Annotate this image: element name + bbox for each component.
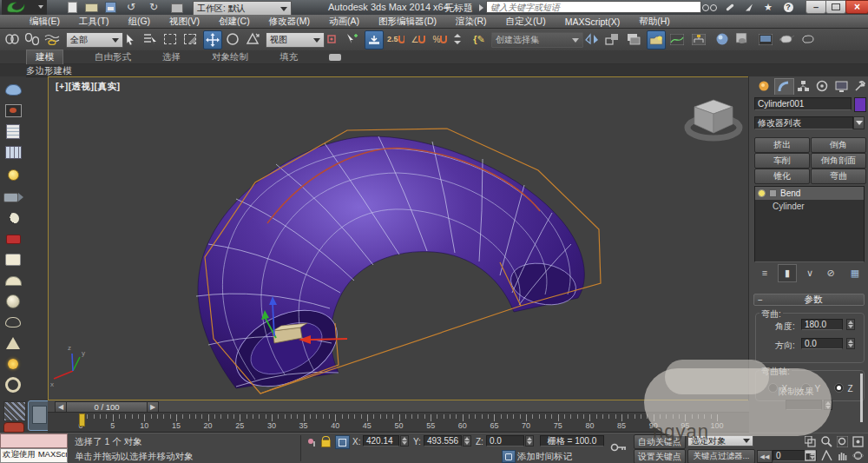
undo-button[interactable]: ↺ [123, 1, 139, 13]
hierarchy-tab-icon[interactable] [795, 79, 812, 93]
stack-item-cylinder[interactable]: Cylinder [755, 200, 864, 213]
render-preview-icon[interactable] [3, 101, 23, 120]
select-object-icon[interactable] [122, 30, 139, 48]
menu-graph-editors[interactable]: 图形编辑器(D) [378, 16, 437, 28]
menu-animation[interactable]: 动画(A) [329, 16, 359, 28]
parameters-rollout-header[interactable]: − 参数 [753, 294, 865, 306]
select-and-link-icon[interactable] [3, 30, 21, 48]
cone-icon[interactable] [3, 334, 23, 353]
open-file-button[interactable] [84, 3, 98, 13]
ribbon-tab-populate[interactable]: 填充 [279, 51, 298, 63]
time-slider-handle[interactable]: 0 / 100 [66, 401, 148, 413]
select-and-manipulate-icon[interactable] [343, 30, 360, 48]
taper-button[interactable]: 锥化 [754, 169, 810, 184]
search-expand-icon[interactable] [479, 4, 483, 11]
selection-filter-dropdown[interactable]: 全部 [66, 32, 123, 48]
polygon-modeling-panel-label[interactable]: 多边形建模 [26, 65, 72, 77]
ribbon-minimize-icon[interactable] [329, 54, 341, 61]
modifier-stack[interactable]: Bend Cylinder [754, 186, 865, 262]
time-tag-icon[interactable] [502, 450, 516, 463]
orbit-icon[interactable] [851, 449, 865, 461]
axis-z-radio[interactable]: Z [834, 380, 853, 395]
object-color-swatch[interactable] [854, 97, 866, 112]
prev-frame-arrow-icon[interactable]: ◀ [55, 401, 67, 413]
make-unique-icon[interactable]: ∨ [801, 266, 819, 280]
angle-snap-icon[interactable]: ∠ [410, 30, 427, 48]
unlink-selection-icon[interactable] [23, 30, 41, 48]
lathe-button[interactable]: 车削 [754, 153, 810, 169]
absolute-mode-icon[interactable] [335, 435, 350, 449]
schematic-view-icon[interactable] [690, 30, 707, 48]
y-spinner[interactable] [463, 435, 471, 446]
reference-coordinate-dropdown[interactable]: 视图 [266, 32, 325, 48]
curve-editor-icon[interactable] [668, 30, 686, 48]
menu-maxscript[interactable]: MAXScript(X) [565, 17, 621, 27]
red-tool-icon[interactable] [3, 422, 24, 433]
pin-stack-icon[interactable]: ≡ [756, 266, 773, 280]
modify-tab-icon[interactable] [774, 78, 794, 95]
perspective-viewport[interactable]: x y z [+][透视][真实] [48, 76, 749, 400]
pan-hand-icon[interactable] [835, 449, 850, 461]
search-icon[interactable] [701, 2, 717, 13]
layer-manager-icon[interactable] [625, 30, 642, 48]
key-filters-button[interactable]: 关键点过滤器... [687, 449, 755, 463]
window-crossing-icon[interactable] [181, 30, 199, 48]
utilities-tab-icon[interactable] [852, 79, 867, 93]
object-name-field[interactable]: Cylinder001 [754, 97, 852, 110]
edit-named-selection-sets-icon[interactable]: {✎ [470, 30, 488, 48]
extrude-button[interactable]: 挤出 [754, 137, 810, 153]
restore-button[interactable] [825, 0, 846, 14]
configure-modifier-sets-icon[interactable]: ▦ [846, 266, 864, 280]
plane-icon[interactable] [3, 250, 23, 269]
modifier-list-arrow-icon[interactable] [853, 116, 865, 129]
camera-speaker-icon[interactable] [3, 188, 23, 207]
feedback-icon[interactable] [743, 2, 755, 13]
favorites-star-icon[interactable]: ★ [762, 1, 774, 13]
maximize-viewport-icon[interactable] [803, 449, 818, 461]
help-icon[interactable]: ? [781, 1, 795, 13]
next-frame-arrow-icon[interactable]: ▶ [147, 401, 159, 413]
ribbon-tab-object-paint[interactable]: 对象绘制 [212, 51, 248, 63]
bevel-button[interactable]: 倒角 [811, 137, 866, 153]
save-file-button[interactable] [104, 2, 116, 13]
lightbulb-icon[interactable] [3, 165, 23, 184]
dome-icon[interactable] [3, 271, 23, 290]
video-camera-icon[interactable] [3, 229, 23, 248]
zoom-extents-icon[interactable] [851, 435, 865, 447]
macro-recorder-pane[interactable] [0, 433, 68, 448]
isolate-pin-icon[interactable] [306, 435, 318, 447]
add-time-tag[interactable]: 添加时间标记 [517, 451, 572, 463]
viewport-label[interactable]: [+][透视][真实] [56, 81, 121, 93]
ring-icon[interactable] [3, 375, 23, 394]
render-setup-icon[interactable] [735, 30, 753, 48]
rendered-frame-window-icon[interactable] [757, 30, 774, 48]
angle-field[interactable]: 180.0 [801, 319, 843, 330]
menu-help[interactable]: 帮助(H) [639, 16, 670, 28]
z-coordinate-field[interactable]: 0.0 [486, 435, 524, 446]
project-folder-button[interactable] [170, 3, 184, 13]
render-iterative-icon[interactable] [800, 30, 818, 48]
menu-edit[interactable]: 编辑(E) [30, 16, 60, 28]
bend-button[interactable]: 弯曲 [811, 169, 866, 184]
selection-lock-icon[interactable] [319, 435, 332, 447]
menu-tools[interactable]: 工具(T) [79, 16, 108, 28]
zoom-icon[interactable] [819, 435, 834, 447]
modifier-enabled-bulb-icon[interactable] [758, 189, 766, 197]
direction-field[interactable]: 0.0 [801, 338, 843, 349]
zoom-extents-all-icon[interactable] [803, 435, 818, 447]
x-spinner[interactable] [400, 435, 409, 446]
bevel-profile-button[interactable]: 倒角剖面 [811, 153, 866, 169]
menu-views[interactable]: 视图(V) [169, 16, 200, 28]
motion-tab-icon[interactable] [814, 79, 831, 93]
sun-icon[interactable] [3, 354, 23, 374]
bind-to-space-warp-icon[interactable] [43, 30, 61, 48]
moon-icon[interactable] [3, 208, 23, 228]
y-coordinate-field[interactable]: 493.556 [424, 435, 462, 446]
minimize-button[interactable]: – [806, 0, 826, 14]
set-key-button[interactable]: 设置关键点 [634, 449, 686, 463]
angle-spinner[interactable] [846, 319, 855, 330]
current-frame-marker[interactable] [79, 413, 85, 427]
sphere-icon[interactable] [3, 292, 23, 311]
track-bar-ruler[interactable]: 0510152025303540455055606570758085909510… [48, 413, 749, 433]
track-bar[interactable]: 0510152025303540455055606570758085909510… [48, 413, 749, 433]
